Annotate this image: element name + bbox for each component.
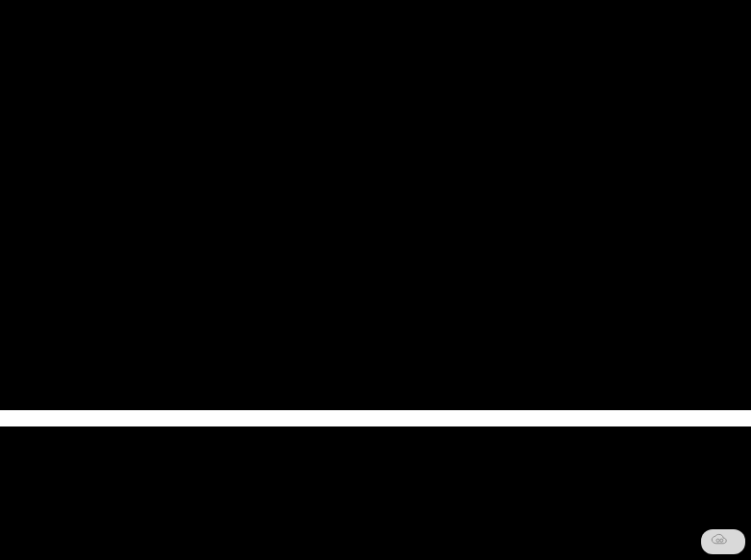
watermark-cloud-icon <box>711 533 730 550</box>
watermark-badge <box>701 529 745 554</box>
status-filler <box>0 410 751 426</box>
status-bar <box>0 410 751 426</box>
terminal-window[interactable] <box>0 0 751 560</box>
svg-point-1 <box>720 539 723 542</box>
svg-point-0 <box>716 539 719 542</box>
